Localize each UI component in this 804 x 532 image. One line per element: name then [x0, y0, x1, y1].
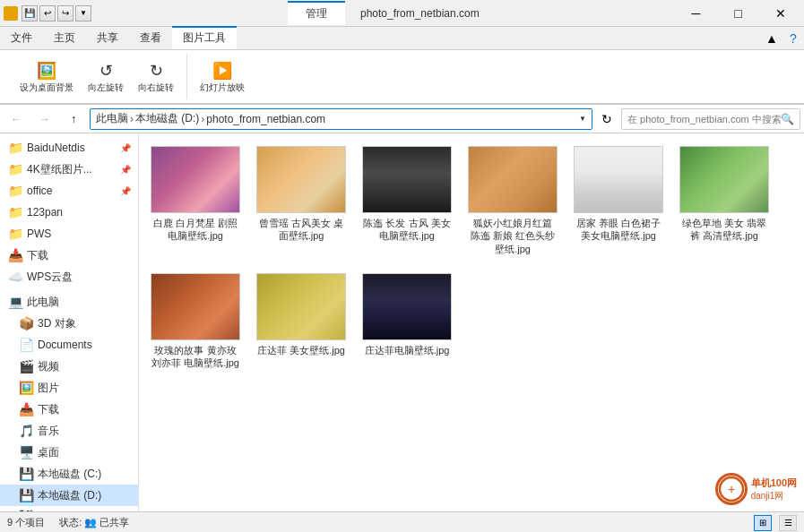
- pc-icon: 💻: [7, 294, 23, 310]
- status-bar: 9 个项目 状态: 👥 已共享 + 单机100网 danji1网 ⊞ ☰: [0, 511, 804, 532]
- download2-icon: 📥: [18, 401, 34, 417]
- file-thumbnail: [362, 146, 452, 213]
- refresh-button[interactable]: ↻: [596, 108, 618, 130]
- sidebar-item-pws[interactable]: 📁 PWS: [0, 223, 138, 245]
- list-view-button[interactable]: ☰: [779, 515, 797, 531]
- vol-e-icon: 💾: [18, 509, 34, 511]
- svg-text:+: +: [728, 482, 735, 496]
- file-item[interactable]: 玫瑰的故事 黄亦玫 刘亦菲 电脑壁纸.jpg: [146, 268, 245, 375]
- file-grid: 白鹿 白月梵星 剧照 电脑壁纸.jpg 曾雪瑶 古风美女 桌面壁纸.jpg 陈迤…: [146, 141, 797, 374]
- address-bar: ← → ↑ 此电脑 › 本地磁盘 (D:) › photo_from_netbi…: [0, 105, 804, 133]
- forward-button[interactable]: →: [32, 107, 57, 131]
- title-bar-left: 💾 ↩ ↪ ▼: [4, 5, 91, 21]
- cloud-icon: ☁️: [7, 269, 23, 285]
- file-thumbnail: [256, 146, 346, 213]
- rotate-right-btn[interactable]: ↻ 向右旋转: [133, 58, 179, 96]
- user-icon: 👥: [84, 517, 99, 528]
- properties-button[interactable]: ▼: [75, 5, 91, 21]
- address-dropdown-icon[interactable]: ▼: [579, 115, 586, 123]
- grid-view-button[interactable]: ⊞: [754, 515, 772, 531]
- sidebar-item-downloads2[interactable]: 📥 下载: [0, 399, 138, 420]
- sidebar-item-office[interactable]: 📁 office 📌: [0, 180, 138, 202]
- file-item[interactable]: 庄达菲 美女壁纸.jpg: [252, 268, 350, 375]
- slideshow-btn[interactable]: ▶️ 幻灯片放映: [195, 58, 250, 96]
- file-item[interactable]: 绿色草地 美女 翡翠裤 高清壁纸.jpg: [675, 141, 774, 261]
- file-thumbnail: [679, 146, 769, 213]
- sidebar-item-vol-e[interactable]: 💾 新加卷 (E:): [0, 506, 138, 511]
- logo-icon: +: [715, 473, 748, 505]
- file-label: 狐妖小红娘月红篇陈迤 新娘 红色头纱壁纸.jpg: [469, 217, 557, 255]
- sidebar-item-download[interactable]: 📥 下载: [0, 245, 138, 266]
- pictures-icon: 🖼️: [18, 380, 34, 396]
- file-item[interactable]: 狐妖小红娘月红篇陈迤 新娘 红色头纱壁纸.jpg: [463, 141, 562, 261]
- file-thumbnail: [256, 273, 346, 340]
- ribbon-tabs: 文件 主页 共享 查看 图片工具 ▲ ?: [0, 27, 804, 50]
- window-title: photo_from_netbian.com: [360, 7, 480, 20]
- tab-home[interactable]: 主页: [43, 27, 86, 49]
- tab-picture-tools[interactable]: 图片工具: [172, 26, 237, 49]
- save-button[interactable]: 💾: [22, 5, 38, 21]
- sidebar-item-music[interactable]: 🎵 音乐: [0, 420, 138, 442]
- tab-share[interactable]: 共享: [86, 27, 129, 49]
- file-label: 白鹿 白月梵星 剧照 电脑壁纸.jpg: [151, 217, 239, 243]
- tab-file[interactable]: 文件: [0, 27, 43, 49]
- search-icon: 🔍: [781, 113, 794, 125]
- maximize-button[interactable]: □: [718, 0, 758, 27]
- file-item[interactable]: 曾雪瑶 古风美女 桌面壁纸.jpg: [252, 141, 350, 261]
- file-item[interactable]: 陈迤 长发 古风 美女电脑壁纸.jpg: [358, 141, 456, 261]
- status-label: 状态: 👥 已共享: [59, 516, 129, 529]
- close-button[interactable]: ✕: [760, 0, 800, 27]
- file-label: 庄达菲电脑壁纸.jpg: [365, 344, 450, 356]
- back-button[interactable]: ←: [4, 107, 29, 131]
- address-path[interactable]: 此电脑 › 本地磁盘 (D:) › photo_from_netbian.com…: [90, 108, 592, 130]
- pin-icon: 📌: [120, 165, 131, 175]
- file-thumbnail: [151, 146, 240, 213]
- window-controls: ─ □ ✕: [676, 0, 800, 27]
- title-center: 管理 photo_from_netbian.com: [91, 1, 676, 25]
- sidebar-item-local-d[interactable]: 💾 本地磁盘 (D:): [0, 485, 138, 506]
- view-controls: + 单机100网 danji1网 ⊞ ☰: [754, 515, 797, 531]
- ribbon: 文件 主页 共享 查看 图片工具 ▲ ? 🖼️ 设为桌面背景 ↺ 向左旋转 ↻ …: [0, 27, 804, 105]
- sidebar-item-pictures[interactable]: 🖼️ 图片: [0, 377, 138, 399]
- sidebar-item-documents[interactable]: 📄 Documents: [0, 334, 138, 356]
- file-label: 玫瑰的故事 黄亦玫 刘亦菲 电脑壁纸.jpg: [151, 344, 239, 370]
- minimize-button[interactable]: ─: [676, 0, 716, 27]
- video-icon: 🎬: [18, 358, 34, 374]
- sidebar-item-local-c[interactable]: 💾 本地磁盘 (C:): [0, 463, 138, 485]
- ribbon-group-2: ▶️ 幻灯片放映: [187, 54, 257, 99]
- file-thumbnail: [468, 146, 558, 213]
- undo-button[interactable]: ↩: [39, 5, 56, 21]
- breadcrumb-folder[interactable]: photo_from_netbian.com: [206, 113, 325, 125]
- sidebar-item-wps-cloud[interactable]: ☁️ WPS云盘: [0, 266, 138, 287]
- file-label: 居家 养眼 白色裙子 美女电脑壁纸.jpg: [575, 217, 662, 243]
- redo-button[interactable]: ↪: [57, 5, 73, 21]
- set-wallpaper-btn[interactable]: 🖼️ 设为桌面背景: [14, 58, 79, 96]
- window-icon: [4, 6, 18, 21]
- sidebar-item-123pan[interactable]: 📁 123pan: [0, 202, 138, 223]
- pin-icon: 📌: [120, 186, 131, 196]
- watermark: + 单机100网 danji1网: [715, 473, 797, 505]
- file-item[interactable]: 白鹿 白月梵星 剧照 电脑壁纸.jpg: [146, 141, 245, 261]
- sidebar-item-4k[interactable]: 📁 4K壁纸图片... 📌: [0, 159, 138, 180]
- file-item[interactable]: 居家 养眼 白色裙子 美女电脑壁纸.jpg: [569, 141, 668, 261]
- ribbon-collapse-button[interactable]: ▲: [761, 27, 782, 50]
- manage-tab[interactable]: 管理: [288, 1, 345, 25]
- search-box[interactable]: 🔍: [621, 108, 800, 130]
- sidebar-item-baidunetdis[interactable]: 📁 BaiduNetdis 📌: [0, 137, 138, 159]
- sidebar-item-desktop[interactable]: 🖥️ 桌面: [0, 442, 138, 463]
- sidebar-item-3d[interactable]: 📦 3D 对象: [0, 313, 138, 334]
- search-input[interactable]: [627, 114, 781, 124]
- breadcrumb-drive[interactable]: 本地磁盘 (D:): [135, 111, 199, 126]
- breadcrumb-pc[interactable]: 此电脑: [96, 111, 128, 126]
- rotate-left-icon: ↺: [95, 60, 117, 82]
- file-label: 绿色草地 美女 翡翠裤 高清壁纸.jpg: [680, 217, 768, 243]
- file-item[interactable]: 庄达菲电脑壁纸.jpg: [358, 268, 456, 375]
- sidebar-item-videos[interactable]: 🎬 视频: [0, 356, 138, 377]
- file-label: 陈迤 长发 古风 美女电脑壁纸.jpg: [363, 217, 451, 243]
- sidebar-item-this-pc[interactable]: 💻 此电脑: [0, 291, 138, 313]
- rotate-left-btn[interactable]: ↺ 向左旋转: [82, 58, 129, 96]
- drive-d-icon: 💾: [18, 487, 34, 503]
- tab-view[interactable]: 查看: [129, 27, 172, 49]
- help-button[interactable]: ?: [782, 27, 804, 50]
- up-button[interactable]: ↑: [61, 107, 86, 131]
